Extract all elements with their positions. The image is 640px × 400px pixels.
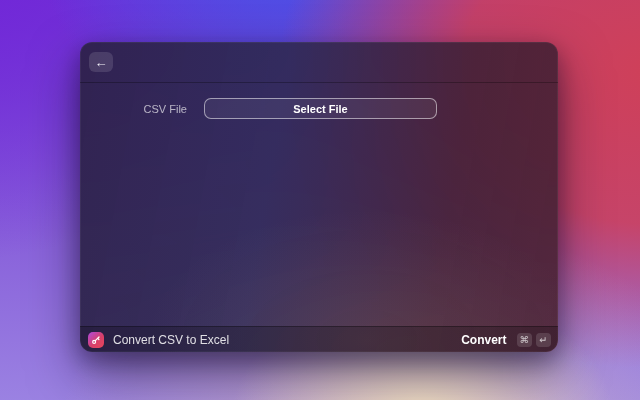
raycast-window: ← CSV File Select File Convert CSV to Ex… <box>80 42 558 352</box>
back-arrow-icon: ← <box>95 56 108 69</box>
form-row-csv-file: CSV File Select File <box>80 98 558 119</box>
back-button[interactable]: ← <box>89 52 113 72</box>
form-body: CSV File Select File <box>80 83 558 326</box>
action-bar: Convert CSV to Excel Convert ⌘ ↵ <box>80 326 558 352</box>
command-name: Convert CSV to Excel <box>113 333 229 347</box>
action-bar-left: Convert CSV to Excel <box>88 332 229 348</box>
convert-action[interactable]: Convert ⌘ ↵ <box>461 333 551 347</box>
select-file-button[interactable]: Select File <box>204 98 437 119</box>
cmd-key-badge: ⌘ <box>517 333 533 347</box>
key-icon <box>91 335 101 345</box>
enter-key-badge: ↵ <box>536 333 551 347</box>
csv-file-label: CSV File <box>80 103 187 115</box>
extension-icon <box>88 332 104 348</box>
convert-action-label: Convert <box>461 333 506 347</box>
window-header: ← <box>80 42 558 83</box>
